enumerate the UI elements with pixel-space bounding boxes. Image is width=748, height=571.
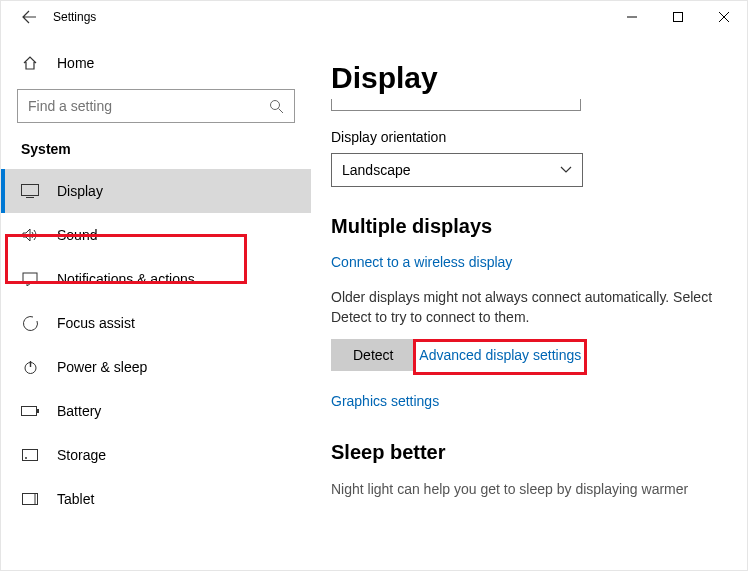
- storage-icon: [21, 446, 39, 464]
- svg-rect-10: [37, 409, 39, 413]
- svg-point-2: [271, 100, 280, 109]
- titlebar: Settings: [1, 1, 747, 33]
- sidebar-item-label: Storage: [57, 447, 106, 463]
- detect-description: Older displays might not always connect …: [331, 288, 719, 327]
- main-panel: Display Display orientation Landscape Mu…: [311, 33, 747, 570]
- window-body: Home System Display: [1, 33, 747, 570]
- svg-line-3: [279, 108, 284, 113]
- back-button[interactable]: [9, 9, 49, 25]
- orientation-select[interactable]: Landscape: [331, 153, 583, 187]
- home-button[interactable]: Home: [1, 41, 311, 85]
- sidebar-item-tablet[interactable]: Tablet: [1, 477, 311, 521]
- search-container: [1, 89, 311, 123]
- section-heading: System: [1, 135, 311, 169]
- close-button[interactable]: [701, 1, 747, 33]
- maximize-icon: [673, 12, 683, 22]
- orientation-label: Display orientation: [331, 129, 719, 145]
- svg-rect-6: [23, 273, 37, 283]
- display-icon: [21, 182, 39, 200]
- page-title: Display: [331, 61, 719, 95]
- sidebar-item-power-sleep[interactable]: Power & sleep: [1, 345, 311, 389]
- arrow-left-icon: [21, 9, 37, 25]
- advanced-display-link[interactable]: Advanced display settings: [419, 347, 581, 363]
- sidebar-item-label: Power & sleep: [57, 359, 147, 375]
- maximize-button[interactable]: [655, 1, 701, 33]
- focus-assist-icon: [21, 314, 39, 332]
- sidebar-item-storage[interactable]: Storage: [1, 433, 311, 477]
- multiple-displays-heading: Multiple displays: [331, 215, 719, 238]
- search-icon: [269, 99, 284, 114]
- sidebar-item-display[interactable]: Display: [1, 169, 311, 213]
- svg-rect-9: [22, 407, 37, 416]
- sidebar-item-label: Sound: [57, 227, 97, 243]
- sidebar-item-label: Focus assist: [57, 315, 135, 331]
- chevron-down-icon: [560, 166, 572, 174]
- sidebar-item-label: Tablet: [57, 491, 94, 507]
- window-title: Settings: [53, 10, 96, 24]
- sidebar-item-label: Notifications & actions: [57, 271, 195, 287]
- search-field[interactable]: [28, 98, 269, 114]
- home-label: Home: [57, 55, 94, 71]
- sidebar: Home System Display: [1, 33, 311, 570]
- svg-rect-4: [22, 185, 39, 196]
- svg-rect-1: [674, 13, 683, 22]
- sidebar-item-label: Battery: [57, 403, 101, 419]
- close-icon: [719, 12, 729, 22]
- svg-point-12: [25, 457, 27, 459]
- power-icon: [21, 358, 39, 376]
- divider-shape: [331, 99, 581, 111]
- advanced-link-wrap: Advanced display settings: [419, 347, 581, 381]
- battery-icon: [21, 402, 39, 420]
- home-icon: [21, 54, 39, 72]
- detect-button[interactable]: Detect: [331, 339, 415, 371]
- notifications-icon: [21, 270, 39, 288]
- wireless-display-link[interactable]: Connect to a wireless display: [331, 254, 512, 270]
- settings-window: Settings Home: [0, 0, 748, 571]
- sidebar-item-notifications[interactable]: Notifications & actions: [1, 257, 311, 301]
- minimize-button[interactable]: [609, 1, 655, 33]
- orientation-value: Landscape: [342, 162, 411, 178]
- tablet-icon: [21, 490, 39, 508]
- sleep-better-text: Night light can help you get to sleep by…: [331, 480, 719, 500]
- minimize-icon: [627, 12, 637, 22]
- svg-rect-11: [23, 450, 38, 461]
- search-input[interactable]: [17, 89, 295, 123]
- sidebar-item-battery[interactable]: Battery: [1, 389, 311, 433]
- sidebar-item-sound[interactable]: Sound: [1, 213, 311, 257]
- graphics-settings-link[interactable]: Graphics settings: [331, 393, 439, 409]
- sound-icon: [21, 226, 39, 244]
- sidebar-item-label: Display: [57, 183, 103, 199]
- sidebar-item-focus-assist[interactable]: Focus assist: [1, 301, 311, 345]
- sleep-better-heading: Sleep better: [331, 441, 719, 464]
